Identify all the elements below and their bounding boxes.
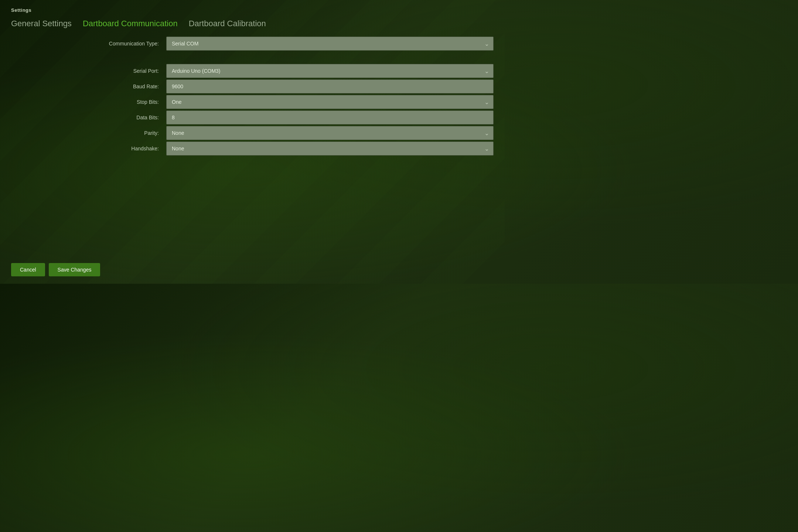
stop-bits-dropdown-container: One Two OnePointFive ⌄ bbox=[166, 95, 494, 109]
data-bits-input[interactable] bbox=[166, 110, 494, 125]
app-title: Settings bbox=[11, 7, 494, 13]
communication-type-label: Communication Type: bbox=[11, 41, 166, 47]
parity-dropdown-container: None Odd Even Mark Space ⌄ bbox=[166, 126, 494, 140]
handshake-control: None XOnXOff RequestToSend RequestToSend… bbox=[166, 141, 494, 156]
handshake-label: Handshake: bbox=[11, 146, 166, 151]
stop-bits-row: Stop Bits: One Two OnePointFive ⌄ bbox=[11, 95, 494, 109]
data-bits-label: Data Bits: bbox=[11, 115, 166, 120]
data-bits-control bbox=[166, 110, 494, 125]
parity-select[interactable]: None Odd Even Mark Space bbox=[166, 126, 494, 140]
parity-control: None Odd Even Mark Space ⌄ bbox=[166, 126, 494, 140]
handshake-row: Handshake: None XOnXOff RequestToSend Re… bbox=[11, 141, 494, 156]
tab-general[interactable]: General Settings bbox=[11, 19, 72, 29]
app-container: Settings General Settings Dartboard Comm… bbox=[0, 0, 505, 284]
communication-type-dropdown-container: Serial COM Bluetooth USB ⌄ bbox=[166, 37, 494, 51]
baud-rate-row: Baud Rate: bbox=[11, 79, 494, 93]
serial-port-select[interactable]: Arduino Uno (COM3) COM1 COM2 COM4 bbox=[166, 64, 494, 78]
serial-port-dropdown-container: Arduino Uno (COM3) COM1 COM2 COM4 ⌄ bbox=[166, 64, 494, 78]
serial-settings-section: Serial Port: Arduino Uno (COM3) COM1 COM… bbox=[11, 64, 494, 157]
stop-bits-control: One Two OnePointFive ⌄ bbox=[166, 95, 494, 109]
baud-rate-control bbox=[166, 79, 494, 93]
content-area: Communication Type: Serial COM Bluetooth… bbox=[11, 37, 494, 256]
baud-rate-input[interactable] bbox=[166, 79, 494, 93]
cancel-button[interactable]: Cancel bbox=[11, 263, 45, 276]
serial-port-row: Serial Port: Arduino Uno (COM3) COM1 COM… bbox=[11, 64, 494, 78]
footer: Cancel Save Changes bbox=[11, 256, 494, 276]
serial-port-control: Arduino Uno (COM3) COM1 COM2 COM4 ⌄ bbox=[166, 64, 494, 78]
communication-type-row: Communication Type: Serial COM Bluetooth… bbox=[11, 37, 494, 51]
communication-type-control: Serial COM Bluetooth USB ⌄ bbox=[166, 37, 494, 51]
parity-row: Parity: None Odd Even Mark Space ⌄ bbox=[11, 126, 494, 140]
stop-bits-label: Stop Bits: bbox=[11, 99, 166, 105]
handshake-select[interactable]: None XOnXOff RequestToSend RequestToSend… bbox=[166, 141, 494, 156]
save-button[interactable]: Save Changes bbox=[49, 263, 100, 276]
baud-rate-label: Baud Rate: bbox=[11, 83, 166, 89]
serial-port-label: Serial Port: bbox=[11, 68, 166, 74]
tab-dartboard-comm[interactable]: Dartboard Communication bbox=[83, 19, 178, 29]
tabs-row: General Settings Dartboard Communication… bbox=[11, 19, 494, 29]
handshake-dropdown-container: None XOnXOff RequestToSend RequestToSend… bbox=[166, 141, 494, 156]
tab-dartboard-calib[interactable]: Dartboard Calibration bbox=[189, 19, 266, 29]
communication-type-select[interactable]: Serial COM Bluetooth USB bbox=[166, 37, 494, 51]
stop-bits-select[interactable]: One Two OnePointFive bbox=[166, 95, 494, 109]
data-bits-row: Data Bits: bbox=[11, 110, 494, 125]
parity-label: Parity: bbox=[11, 130, 166, 136]
